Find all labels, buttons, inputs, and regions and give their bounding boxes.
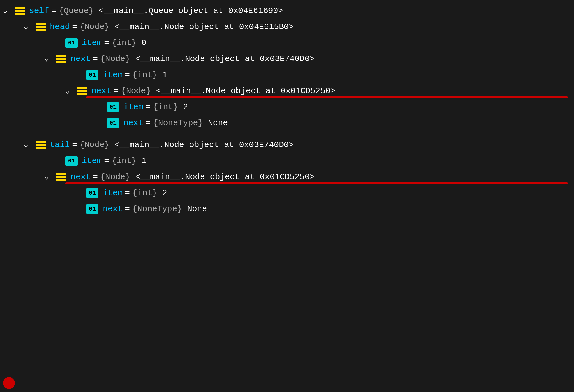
value-head: <__main__.Node object at 0x04E615B0> [109, 21, 294, 33]
chevron-icon[interactable]: ⌄ [24, 22, 32, 32]
int-badge: 01 [65, 156, 78, 166]
type-item: {int} [112, 155, 136, 167]
var-item: item [123, 101, 143, 113]
head-next-next-wrapper: ⌄ next = {Node} <__main__.Node object at… [0, 83, 574, 99]
var-tail: tail [50, 139, 70, 151]
head-next-row: ⌄ next = {Node} <__main__.Node object at… [0, 51, 574, 67]
tail-row: ⌄ tail = {Node} <__main__.Node object at… [0, 137, 574, 153]
tail-next-wrapper: ⌄ next = {Node} <__main__.Node object at… [0, 169, 574, 185]
stack-icon [36, 23, 46, 31]
type-next: {Node} [121, 85, 151, 97]
value-next: <__main__.Node object at 0x01CD5250> [130, 171, 315, 183]
var-next: next [71, 171, 90, 183]
type-self: {Queue} [59, 5, 94, 17]
var-next: next [71, 53, 90, 65]
value-item: 0 [136, 37, 147, 49]
int-badge: 01 [86, 70, 98, 80]
stack-icon [56, 173, 66, 181]
self-row: ⌄ self = {Queue} <__main__.Queue object … [0, 3, 574, 19]
type-head: {Node} [79, 21, 109, 33]
type-next: {Node} [100, 171, 130, 183]
value-item: 2 [178, 101, 188, 113]
value-item: 1 [136, 155, 147, 167]
var-next: next [91, 85, 111, 97]
value-none: None [203, 117, 228, 129]
value-self: <__main__.Queue object at 0x04E61690> [94, 5, 283, 17]
type-item: {int} [112, 37, 136, 49]
int-badge: 01 [107, 102, 119, 112]
chevron-icon[interactable]: ⌄ [3, 6, 11, 16]
type-next: {Node} [100, 53, 130, 65]
red-underline-2 [65, 182, 568, 184]
var-head: head [50, 21, 70, 33]
var-item: item [82, 155, 102, 167]
var-item: item [82, 37, 102, 49]
chevron-icon[interactable]: ⌄ [44, 172, 53, 182]
stack-icon [36, 141, 46, 149]
var-next: next [123, 117, 143, 129]
var-next: next [103, 203, 123, 215]
type-item: {int} [153, 101, 178, 113]
chevron-icon[interactable]: ⌄ [44, 54, 53, 64]
value-next: <__main__.Node object at 0x03E740D0> [130, 53, 315, 65]
type-tail: {Node} [79, 139, 109, 151]
value-item: 2 [157, 187, 167, 199]
value-none: None [182, 203, 207, 215]
value-tail: <__main__.Node object at 0x03E740D0> [109, 139, 294, 151]
chevron-icon[interactable]: ⌄ [24, 140, 32, 150]
head-next-next-next-row: 01 next = {NoneType} None [0, 115, 574, 131]
int-badge: 01 [86, 188, 98, 198]
debugger-panel: ⌄ self = {Queue} <__main__.Queue object … [0, 0, 574, 392]
head-row: ⌄ head = {Node} <__main__.Node object at… [0, 19, 574, 35]
head-item-row: 01 item = {int} 0 [0, 35, 574, 51]
chevron-icon[interactable]: ⌄ [65, 86, 74, 96]
tail-next-item-row: 01 item = {int} 2 [0, 185, 574, 201]
var-item: item [103, 187, 123, 199]
var-item: item [103, 69, 123, 81]
red-circle-annotation [3, 377, 15, 389]
value-item: 1 [157, 69, 167, 81]
var-self: self [29, 5, 49, 17]
type-next: {NoneType} [132, 203, 182, 215]
head-next-item-row: 01 item = {int} 1 [0, 67, 574, 83]
red-underline-1 [86, 96, 568, 98]
int-badge: 01 [86, 204, 98, 214]
int-badge: 01 [107, 118, 119, 128]
tail-item-row: 01 item = {int} 1 [0, 153, 574, 169]
stack-icon [77, 87, 87, 95]
type-next: {NoneType} [153, 117, 203, 129]
type-item: {int} [132, 69, 157, 81]
stack-icon [15, 7, 25, 15]
head-next-next-item-row: 01 item = {int} 2 [0, 99, 574, 115]
stack-icon [56, 55, 66, 63]
int-badge: 01 [65, 38, 78, 48]
type-item: {int} [132, 187, 157, 199]
value-next: <__main__.Node object at 0x01CD5250> [151, 85, 336, 97]
tail-next-next-row: 01 next = {NoneType} None [0, 201, 574, 217]
